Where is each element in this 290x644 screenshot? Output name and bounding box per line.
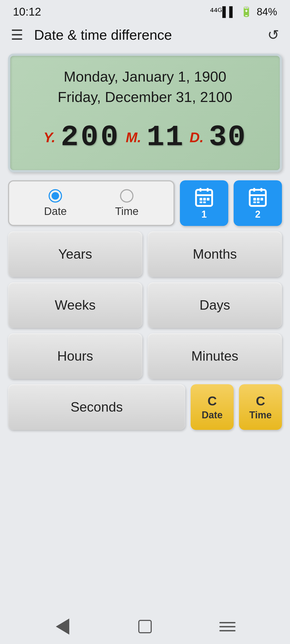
svg-rect-8: [203, 202, 206, 203]
page-title: Date & time difference: [34, 27, 257, 43]
mode-row: Date Time 1: [8, 180, 282, 226]
c-date-top: C: [208, 394, 217, 408]
days-button[interactable]: Days: [148, 282, 282, 328]
c-date-sub: Date: [202, 409, 223, 421]
menu-icon[interactable]: ☰: [11, 27, 23, 43]
months-value: 11: [147, 120, 184, 154]
recents-button[interactable]: [217, 616, 238, 637]
calendar2-number: 2: [255, 209, 260, 220]
svg-rect-16: [253, 202, 256, 203]
signal-icon: ⁴⁴ᴳ▌▌: [210, 6, 236, 17]
years-label: Y.: [44, 129, 55, 145]
weeks-button[interactable]: Weeks: [8, 282, 142, 328]
grid-row2: Weeks Days: [8, 282, 282, 328]
bottom-row: Seconds C Date C Time: [8, 384, 282, 430]
battery-percent: 84%: [257, 6, 277, 18]
time-mode-option[interactable]: Time: [115, 189, 139, 217]
svg-rect-17: [257, 202, 260, 203]
home-icon: [138, 620, 152, 633]
display-panel: Monday, January 1, 1900 Friday, December…: [8, 54, 282, 172]
display-dates: Monday, January 1, 1900 Friday, December…: [21, 67, 269, 107]
svg-rect-4: [200, 198, 202, 201]
svg-rect-6: [207, 198, 209, 201]
status-icons: ⁴⁴ᴳ▌▌ 🔋 84%: [210, 6, 277, 18]
app-header: ☰ Date & time difference ↺: [0, 21, 290, 48]
svg-rect-9: [250, 190, 266, 206]
time-radio[interactable]: [120, 189, 133, 203]
history-icon[interactable]: ↺: [267, 27, 279, 43]
date-mode-option[interactable]: Date: [44, 189, 67, 217]
battery-icon: 🔋: [240, 6, 252, 17]
status-bar: 10:12 ⁴⁴ᴳ▌▌ 🔋 84%: [0, 0, 290, 21]
calendar1-number: 1: [201, 209, 207, 220]
c-date-button[interactable]: C Date: [191, 384, 234, 430]
time-mode-label: Time: [115, 205, 139, 217]
svg-rect-14: [257, 198, 260, 201]
calendar1-button[interactable]: 1: [180, 180, 228, 226]
svg-rect-15: [260, 198, 263, 201]
days-label: D.: [190, 129, 204, 145]
date1-display: Monday, January 1, 1900: [21, 67, 269, 87]
date-radio-inner: [52, 192, 59, 200]
years-button[interactable]: Years: [8, 231, 142, 277]
c-time-button[interactable]: C Time: [239, 384, 282, 430]
back-button[interactable]: [52, 616, 73, 637]
svg-rect-7: [200, 202, 202, 203]
nav-bar: [0, 609, 290, 644]
minutes-button[interactable]: Minutes: [148, 333, 282, 379]
svg-rect-5: [203, 198, 206, 201]
months-button[interactable]: Months: [148, 231, 282, 277]
calendar1-icon: [193, 186, 215, 208]
home-button[interactable]: [134, 616, 156, 637]
recents-icon: [219, 622, 235, 631]
svg-rect-0: [196, 190, 212, 206]
years-value: 200: [61, 120, 120, 154]
grid-row1: Years Months: [8, 231, 282, 277]
hours-button[interactable]: Hours: [8, 333, 142, 379]
c-time-top: C: [256, 394, 265, 408]
days-value: 30: [209, 120, 247, 154]
controls: Date Time 1: [8, 180, 282, 430]
calendar2-button[interactable]: 2: [234, 180, 282, 226]
date-mode-label: Date: [44, 205, 67, 217]
status-time: 10:12: [13, 5, 41, 18]
display-result: Y. 200 M. 11 D. 30: [21, 118, 269, 157]
grid-row3: Hours Minutes: [8, 333, 282, 379]
calendar2-icon: [247, 186, 269, 208]
back-icon: [56, 619, 69, 635]
date-radio[interactable]: [49, 189, 62, 203]
months-label: M.: [126, 129, 141, 145]
mode-selector: Date Time: [8, 180, 175, 226]
date2-display: Friday, December 31, 2100: [21, 87, 269, 107]
svg-rect-13: [253, 198, 256, 201]
seconds-button[interactable]: Seconds: [8, 384, 185, 430]
c-time-sub: Time: [249, 409, 271, 421]
